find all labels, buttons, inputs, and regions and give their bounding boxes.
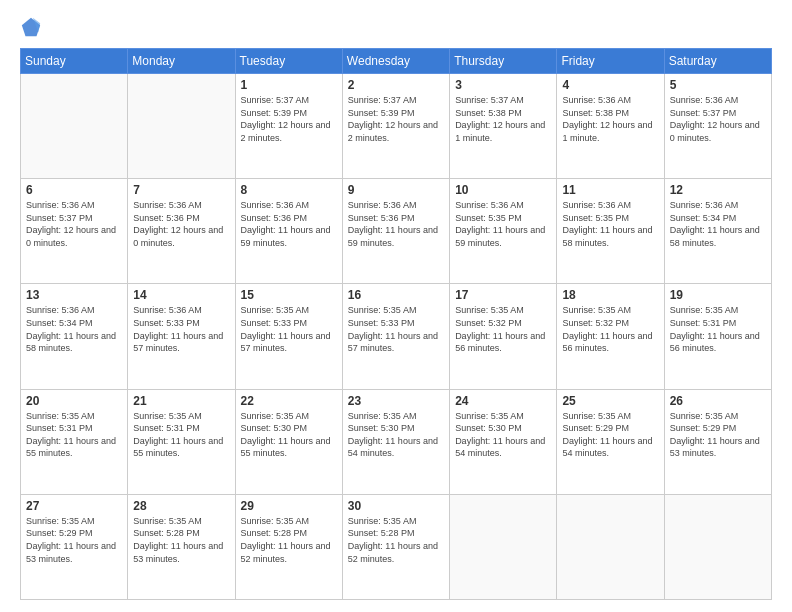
day-info: Sunrise: 5:36 AM Sunset: 5:36 PM Dayligh… [348, 199, 444, 249]
day-number: 22 [241, 394, 337, 408]
day-info: Sunrise: 5:36 AM Sunset: 5:37 PM Dayligh… [670, 94, 766, 144]
calendar-cell: 1Sunrise: 5:37 AM Sunset: 5:39 PM Daylig… [235, 74, 342, 179]
calendar-cell: 6Sunrise: 5:36 AM Sunset: 5:37 PM Daylig… [21, 179, 128, 284]
calendar-cell: 25Sunrise: 5:35 AM Sunset: 5:29 PM Dayli… [557, 389, 664, 494]
day-number: 30 [348, 499, 444, 513]
calendar-cell: 26Sunrise: 5:35 AM Sunset: 5:29 PM Dayli… [664, 389, 771, 494]
calendar-weekday-wednesday: Wednesday [342, 49, 449, 74]
calendar-week-2: 6Sunrise: 5:36 AM Sunset: 5:37 PM Daylig… [21, 179, 772, 284]
calendar-cell [557, 494, 664, 599]
day-info: Sunrise: 5:36 AM Sunset: 5:34 PM Dayligh… [670, 199, 766, 249]
calendar-cell: 13Sunrise: 5:36 AM Sunset: 5:34 PM Dayli… [21, 284, 128, 389]
day-info: Sunrise: 5:35 AM Sunset: 5:29 PM Dayligh… [26, 515, 122, 565]
calendar-cell: 30Sunrise: 5:35 AM Sunset: 5:28 PM Dayli… [342, 494, 449, 599]
day-number: 23 [348, 394, 444, 408]
calendar-cell: 20Sunrise: 5:35 AM Sunset: 5:31 PM Dayli… [21, 389, 128, 494]
calendar-cell: 16Sunrise: 5:35 AM Sunset: 5:33 PM Dayli… [342, 284, 449, 389]
day-info: Sunrise: 5:35 AM Sunset: 5:31 PM Dayligh… [26, 410, 122, 460]
day-number: 20 [26, 394, 122, 408]
day-number: 11 [562, 183, 658, 197]
day-number: 3 [455, 78, 551, 92]
day-info: Sunrise: 5:35 AM Sunset: 5:31 PM Dayligh… [133, 410, 229, 460]
logo [20, 16, 46, 38]
header [20, 16, 772, 38]
calendar-cell: 10Sunrise: 5:36 AM Sunset: 5:35 PM Dayli… [450, 179, 557, 284]
day-number: 13 [26, 288, 122, 302]
day-number: 27 [26, 499, 122, 513]
calendar-weekday-saturday: Saturday [664, 49, 771, 74]
calendar-cell: 2Sunrise: 5:37 AM Sunset: 5:39 PM Daylig… [342, 74, 449, 179]
day-info: Sunrise: 5:36 AM Sunset: 5:35 PM Dayligh… [455, 199, 551, 249]
calendar-weekday-monday: Monday [128, 49, 235, 74]
day-info: Sunrise: 5:35 AM Sunset: 5:30 PM Dayligh… [455, 410, 551, 460]
day-number: 8 [241, 183, 337, 197]
calendar-cell [450, 494, 557, 599]
calendar-cell [664, 494, 771, 599]
calendar-cell: 23Sunrise: 5:35 AM Sunset: 5:30 PM Dayli… [342, 389, 449, 494]
calendar-cell: 22Sunrise: 5:35 AM Sunset: 5:30 PM Dayli… [235, 389, 342, 494]
day-info: Sunrise: 5:35 AM Sunset: 5:30 PM Dayligh… [241, 410, 337, 460]
calendar-cell: 28Sunrise: 5:35 AM Sunset: 5:28 PM Dayli… [128, 494, 235, 599]
day-info: Sunrise: 5:35 AM Sunset: 5:32 PM Dayligh… [455, 304, 551, 354]
day-number: 18 [562, 288, 658, 302]
day-number: 7 [133, 183, 229, 197]
day-info: Sunrise: 5:35 AM Sunset: 5:28 PM Dayligh… [348, 515, 444, 565]
calendar-cell: 5Sunrise: 5:36 AM Sunset: 5:37 PM Daylig… [664, 74, 771, 179]
calendar-cell: 19Sunrise: 5:35 AM Sunset: 5:31 PM Dayli… [664, 284, 771, 389]
calendar-cell: 12Sunrise: 5:36 AM Sunset: 5:34 PM Dayli… [664, 179, 771, 284]
day-info: Sunrise: 5:35 AM Sunset: 5:28 PM Dayligh… [133, 515, 229, 565]
day-info: Sunrise: 5:36 AM Sunset: 5:33 PM Dayligh… [133, 304, 229, 354]
page: SundayMondayTuesdayWednesdayThursdayFrid… [0, 0, 792, 612]
calendar-cell: 3Sunrise: 5:37 AM Sunset: 5:38 PM Daylig… [450, 74, 557, 179]
calendar-cell: 7Sunrise: 5:36 AM Sunset: 5:36 PM Daylig… [128, 179, 235, 284]
calendar-cell: 14Sunrise: 5:36 AM Sunset: 5:33 PM Dayli… [128, 284, 235, 389]
day-number: 12 [670, 183, 766, 197]
day-info: Sunrise: 5:35 AM Sunset: 5:32 PM Dayligh… [562, 304, 658, 354]
calendar-cell: 24Sunrise: 5:35 AM Sunset: 5:30 PM Dayli… [450, 389, 557, 494]
calendar-cell: 18Sunrise: 5:35 AM Sunset: 5:32 PM Dayli… [557, 284, 664, 389]
calendar-week-5: 27Sunrise: 5:35 AM Sunset: 5:29 PM Dayli… [21, 494, 772, 599]
day-info: Sunrise: 5:36 AM Sunset: 5:36 PM Dayligh… [241, 199, 337, 249]
day-number: 17 [455, 288, 551, 302]
calendar-weekday-sunday: Sunday [21, 49, 128, 74]
day-info: Sunrise: 5:35 AM Sunset: 5:29 PM Dayligh… [562, 410, 658, 460]
day-number: 2 [348, 78, 444, 92]
day-info: Sunrise: 5:35 AM Sunset: 5:29 PM Dayligh… [670, 410, 766, 460]
day-number: 1 [241, 78, 337, 92]
calendar-cell [21, 74, 128, 179]
day-info: Sunrise: 5:35 AM Sunset: 5:33 PM Dayligh… [241, 304, 337, 354]
day-number: 9 [348, 183, 444, 197]
calendar-cell: 15Sunrise: 5:35 AM Sunset: 5:33 PM Dayli… [235, 284, 342, 389]
day-number: 10 [455, 183, 551, 197]
calendar-cell [128, 74, 235, 179]
logo-icon [20, 16, 42, 38]
day-info: Sunrise: 5:35 AM Sunset: 5:33 PM Dayligh… [348, 304, 444, 354]
day-info: Sunrise: 5:36 AM Sunset: 5:35 PM Dayligh… [562, 199, 658, 249]
calendar-week-4: 20Sunrise: 5:35 AM Sunset: 5:31 PM Dayli… [21, 389, 772, 494]
calendar-cell: 17Sunrise: 5:35 AM Sunset: 5:32 PM Dayli… [450, 284, 557, 389]
calendar-header-row: SundayMondayTuesdayWednesdayThursdayFrid… [21, 49, 772, 74]
day-info: Sunrise: 5:36 AM Sunset: 5:36 PM Dayligh… [133, 199, 229, 249]
day-number: 15 [241, 288, 337, 302]
day-info: Sunrise: 5:35 AM Sunset: 5:30 PM Dayligh… [348, 410, 444, 460]
day-number: 19 [670, 288, 766, 302]
day-number: 29 [241, 499, 337, 513]
day-number: 28 [133, 499, 229, 513]
calendar-cell: 11Sunrise: 5:36 AM Sunset: 5:35 PM Dayli… [557, 179, 664, 284]
day-info: Sunrise: 5:35 AM Sunset: 5:31 PM Dayligh… [670, 304, 766, 354]
day-number: 21 [133, 394, 229, 408]
day-info: Sunrise: 5:36 AM Sunset: 5:38 PM Dayligh… [562, 94, 658, 144]
day-info: Sunrise: 5:37 AM Sunset: 5:39 PM Dayligh… [241, 94, 337, 144]
day-info: Sunrise: 5:36 AM Sunset: 5:37 PM Dayligh… [26, 199, 122, 249]
calendar-cell: 4Sunrise: 5:36 AM Sunset: 5:38 PM Daylig… [557, 74, 664, 179]
calendar-cell: 8Sunrise: 5:36 AM Sunset: 5:36 PM Daylig… [235, 179, 342, 284]
day-number: 26 [670, 394, 766, 408]
day-number: 6 [26, 183, 122, 197]
calendar-table: SundayMondayTuesdayWednesdayThursdayFrid… [20, 48, 772, 600]
day-number: 4 [562, 78, 658, 92]
calendar-weekday-thursday: Thursday [450, 49, 557, 74]
calendar-cell: 29Sunrise: 5:35 AM Sunset: 5:28 PM Dayli… [235, 494, 342, 599]
calendar-cell: 27Sunrise: 5:35 AM Sunset: 5:29 PM Dayli… [21, 494, 128, 599]
calendar-weekday-tuesday: Tuesday [235, 49, 342, 74]
day-info: Sunrise: 5:35 AM Sunset: 5:28 PM Dayligh… [241, 515, 337, 565]
